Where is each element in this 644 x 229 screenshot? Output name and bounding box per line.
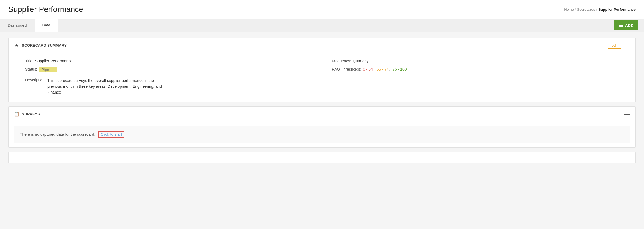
frequency-row: Frequency: Quarterly [332,59,627,63]
scorecard-left-col: Title: Supplier Performance Status: Pipe… [25,59,321,95]
click-to-start-wrapper: Click to start [98,131,124,138]
surveys-header-left: 📋 SURVEYS [14,111,40,116]
rag-orange: 55 - 74 [377,67,389,71]
bottom-placeholder-card [8,152,636,163]
tab-actions: ADD [614,20,644,30]
title-row: Title: Supplier Performance [25,59,321,63]
surveys-header: 📋 SURVEYS — [9,107,635,121]
menu-icon [619,24,623,27]
scorecard-summary-title: SCORECARD SUMMARY [22,43,67,47]
status-badge: Pipeline [39,67,57,72]
breadcrumb: Home / Scorecards / Supplier Performance [564,7,636,12]
add-button[interactable]: ADD [614,20,638,30]
rag-sep2: , [389,67,390,71]
title-value: Supplier Performance [35,59,72,63]
rag-green: 75 - 100 [392,67,407,71]
page-title: Supplier Performance [8,5,83,14]
scorecard-details-grid: Title: Supplier Performance Status: Pipe… [25,59,627,95]
surveys-card: 📋 SURVEYS — There is no captured data fo… [8,106,636,148]
surveys-title: SURVEYS [22,112,40,116]
frequency-label: Frequency: [332,59,351,63]
scorecard-summary-body: Title: Supplier Performance Status: Pipe… [9,53,635,102]
click-to-start-link[interactable]: Click to start [101,132,122,137]
rag-label: RAG Thresholds: [332,67,361,71]
tab-data[interactable]: Data [35,19,58,32]
description-row: Description: This scorecard surveys the … [25,78,321,95]
rag-red: 0 - 54 [363,67,373,71]
no-data-row: There is no captured data for the scorec… [14,126,630,143]
rag-sep1: , [373,67,375,71]
title-label: Title: [25,59,33,63]
scorecard-summary-card: ★ SCORECARD SUMMARY edit — Title: Suppli… [8,38,636,102]
tabs-container: Dashboard Data [0,19,58,32]
tab-bar: Dashboard Data ADD [0,19,644,32]
breadcrumb-current: Supplier Performance [598,7,636,12]
star-icon: ★ [14,43,19,48]
surveys-body: There is no captured data for the scorec… [9,121,635,147]
breadcrumb-scorecards[interactable]: Scorecards [577,7,595,12]
status-row: Status: Pipeline [25,67,321,72]
breadcrumb-sep2: / [596,7,597,12]
status-label: Status: [25,67,37,71]
description-label: Description: [25,78,46,82]
collapse-surveys-button[interactable]: — [624,111,630,117]
no-data-text: There is no captured data for the scorec… [20,132,95,137]
rag-thresholds: 0 - 54, 55 - 74, 75 - 100 [363,67,407,71]
collapse-scorecard-button[interactable]: — [624,43,630,48]
breadcrumb-sep1: / [575,7,576,12]
add-button-label: ADD [625,23,633,28]
clipboard-icon: 📋 [14,111,19,116]
description-value: This scorecard surveys the overall suppl… [47,78,163,95]
main-content: ★ SCORECARD SUMMARY edit — Title: Suppli… [0,32,644,169]
surveys-header-right: — [624,111,630,117]
scorecard-summary-header: ★ SCORECARD SUMMARY edit — [9,38,635,53]
page-header: Supplier Performance Home / Scorecards /… [0,0,644,19]
edit-button[interactable]: edit [608,42,621,49]
rag-row: RAG Thresholds: 0 - 54, 55 - 74, 75 - 10… [332,67,627,71]
card-header-left: ★ SCORECARD SUMMARY [14,43,67,48]
card-header-right: edit — [608,42,630,49]
tab-dashboard[interactable]: Dashboard [0,19,35,32]
scorecard-right-col: Frequency: Quarterly RAG Thresholds: 0 -… [332,59,627,95]
breadcrumb-home[interactable]: Home [564,7,574,12]
frequency-value: Quarterly [353,59,369,63]
